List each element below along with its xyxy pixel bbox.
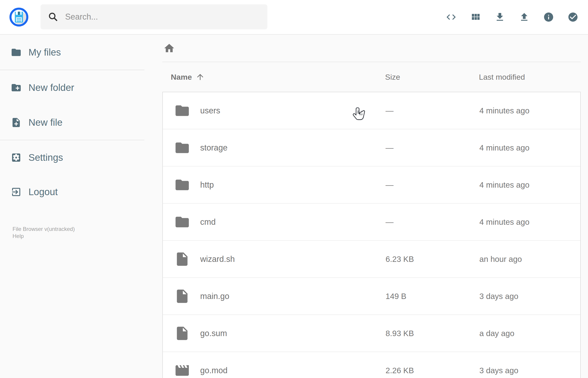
- sidebar-item-new-folder[interactable]: New folder: [0, 75, 144, 100]
- table-row[interactable]: wizard.sh 6.23 KB an hour ago: [163, 241, 580, 278]
- app-version-text: File Browser v(untracked): [13, 225, 75, 232]
- file-modified: 4 minutes ago: [479, 180, 530, 189]
- switch-view-button[interactable]: [470, 12, 481, 23]
- file-name: main.go: [200, 291, 229, 301]
- sidebar-item-label: New folder: [28, 82, 74, 93]
- column-header-name-label: Name: [171, 73, 192, 81]
- info-button[interactable]: [543, 12, 554, 23]
- table-row[interactable]: main.go 149 B 3 days ago: [163, 278, 580, 315]
- logout-icon: [11, 187, 22, 197]
- new-file-icon: [11, 117, 22, 128]
- file-name: wizard.sh: [200, 254, 235, 264]
- content-area: My files New folder New file: [0, 35, 588, 378]
- file-size: 149 B: [386, 292, 406, 301]
- arrow-up-icon: [196, 72, 205, 81]
- select-multiple-icon: [567, 12, 578, 23]
- file-size: —: [386, 143, 394, 152]
- app-logo: [9, 7, 29, 27]
- file-modified: 4 minutes ago: [479, 217, 530, 227]
- file-name: go.mod: [200, 366, 227, 375]
- info-icon: [543, 12, 554, 23]
- filebrowser-app: My files New folder New file: [0, 0, 588, 378]
- search-icon: [48, 12, 58, 22]
- home-icon: [163, 42, 175, 54]
- folder-icon: [174, 140, 190, 156]
- row-type-icon: [174, 325, 190, 341]
- help-link[interactable]: Help: [13, 232, 75, 240]
- row-type-icon: [174, 288, 190, 304]
- sidebar-item-label: New file: [28, 117, 62, 128]
- table-row[interactable]: cmd — 4 minutes ago: [163, 203, 580, 241]
- file-listing: users — 4 minutes ago storage — 4 minute…: [162, 92, 581, 378]
- movie-icon: [174, 363, 190, 378]
- row-type-icon: [174, 103, 190, 119]
- sidebar-item-label: My files: [28, 47, 61, 58]
- breadcrumb-home-button[interactable]: [163, 42, 175, 54]
- file-name: storage: [200, 143, 227, 153]
- row-type-icon: [174, 251, 190, 267]
- download-button[interactable]: [494, 12, 505, 23]
- file-modified: 3 days ago: [479, 292, 518, 301]
- table-row[interactable]: http — 4 minutes ago: [163, 166, 580, 203]
- file-icon: [174, 288, 190, 304]
- row-type-icon: [174, 214, 190, 230]
- file-modified: 4 minutes ago: [479, 106, 530, 115]
- grid-view-icon: [470, 12, 481, 23]
- file-size: 6.23 KB: [386, 255, 414, 264]
- file-modified: an hour ago: [479, 255, 522, 264]
- folder-icon: [174, 103, 190, 119]
- sidebar: My files New folder New file: [0, 35, 144, 378]
- header-toolbar: [446, 0, 578, 34]
- column-header-name[interactable]: Name: [171, 72, 205, 81]
- listing-header: Name Size Last modified: [162, 62, 581, 92]
- sidebar-item-settings[interactable]: Settings: [0, 145, 144, 170]
- sidebar-item-new-file[interactable]: New file: [0, 110, 144, 135]
- app-header: [0, 0, 588, 35]
- file-size: —: [386, 180, 394, 189]
- file-icon: [174, 325, 190, 341]
- file-size: —: [386, 217, 394, 227]
- row-type-icon: [174, 363, 190, 378]
- file-name: cmd: [200, 217, 216, 227]
- file-size: 2.26 KB: [386, 366, 414, 375]
- file-modified: 3 days ago: [479, 366, 518, 375]
- settings-icon: [11, 152, 22, 163]
- code-icon: [446, 12, 457, 23]
- file-modified: 4 minutes ago: [479, 143, 530, 152]
- upload-button[interactable]: [519, 12, 530, 23]
- sidebar-divider: [0, 70, 144, 70]
- download-icon: [494, 12, 505, 23]
- sidebar-item-label: Logout: [28, 187, 58, 197]
- file-size: —: [386, 106, 394, 115]
- file-modified: a day ago: [479, 329, 514, 338]
- code-view-button[interactable]: [446, 12, 457, 23]
- folder-icon: [174, 177, 190, 193]
- file-icon: [174, 251, 190, 267]
- file-name: http: [200, 180, 214, 190]
- search-input[interactable]: [65, 12, 252, 22]
- upload-icon: [519, 12, 530, 23]
- new-folder-icon: [11, 82, 22, 93]
- main-panel: Name Size Last modified users — 4 minute…: [144, 35, 588, 378]
- search-bar: [40, 4, 267, 29]
- breadcrumb: [162, 35, 581, 62]
- table-row[interactable]: users — 4 minutes ago: [163, 92, 580, 129]
- floppy-disk-logo-icon: [9, 7, 29, 27]
- sidebar-item-logout[interactable]: Logout: [0, 179, 144, 204]
- sidebar-item-my-files[interactable]: My files: [0, 40, 144, 65]
- file-name: go.sum: [200, 329, 227, 338]
- sidebar-divider: [0, 140, 144, 140]
- select-multiple-button[interactable]: [567, 12, 578, 23]
- table-row[interactable]: storage — 4 minutes ago: [163, 129, 580, 166]
- sidebar-item-label: Settings: [28, 152, 63, 163]
- folder-icon: [11, 47, 22, 58]
- column-header-modified[interactable]: Last modified: [479, 73, 525, 81]
- column-header-size[interactable]: Size: [385, 73, 400, 81]
- sidebar-footer: File Browser v(untracked) Help: [13, 225, 75, 240]
- table-row[interactable]: go.sum 8.93 KB a day ago: [163, 315, 580, 352]
- folder-icon: [174, 214, 190, 230]
- table-row[interactable]: go.mod 2.26 KB 3 days ago: [163, 352, 580, 378]
- row-type-icon: [174, 177, 190, 193]
- row-type-icon: [174, 140, 190, 156]
- file-size: 8.93 KB: [386, 329, 414, 338]
